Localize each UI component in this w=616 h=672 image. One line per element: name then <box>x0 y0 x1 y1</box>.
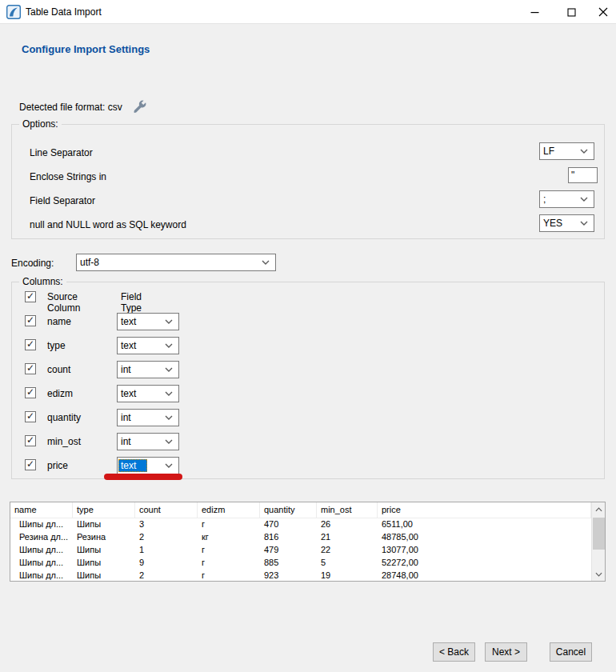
preview-row: Шипы дл... Шипы 9 г 885 5 52272,00 <box>10 557 591 570</box>
preview-cell: 3 <box>135 518 198 531</box>
preview-cell: Шипы <box>73 544 135 557</box>
line-separator-label: Line Separator <box>30 147 93 158</box>
chevron-down-icon <box>165 463 173 468</box>
page-title: Configure Import Settings <box>22 43 150 55</box>
title-bar: Table Data Import <box>0 0 616 24</box>
enclose-strings-input[interactable] <box>568 167 598 183</box>
column-checkbox[interactable]: ✓ <box>25 387 36 398</box>
field-separator-label: Field Separator <box>30 195 95 206</box>
field-type-select[interactable]: text <box>117 313 179 330</box>
encoding-select[interactable]: utf-8 <box>76 254 276 271</box>
detected-format-label: Detected file format: csv <box>19 102 122 113</box>
column-checkbox[interactable]: ✓ <box>25 411 36 422</box>
select-value: YES <box>540 218 580 229</box>
preview-cell: 13077,00 <box>378 544 591 557</box>
preview-row: Шипы дл... Шипы 3 г 470 26 6511,00 <box>10 518 591 531</box>
preview-row: Шипы дл... Шипы 2 г 923 19 28748,00 <box>10 570 591 582</box>
field-type-select[interactable]: text <box>117 385 179 402</box>
field-type-select[interactable]: text <box>117 337 179 354</box>
select-value: int <box>118 436 165 447</box>
check-icon: ✓ <box>26 338 34 350</box>
preview-cell: Резина <box>73 531 135 544</box>
columns-group-label: Columns: <box>19 276 66 287</box>
minimize-button[interactable] <box>522 0 547 24</box>
chevron-down-icon <box>262 260 270 265</box>
preview-cell: 28748,00 <box>378 570 591 582</box>
chevron-down-icon <box>580 149 588 154</box>
null-keyword-select[interactable]: YES <box>539 214 594 232</box>
preview-cell: 5 <box>317 557 378 570</box>
preview-header-cell: min_ost <box>317 502 378 518</box>
null-keyword-label: null and NULL word as SQL keyword <box>30 219 186 230</box>
scroll-up-button[interactable] <box>592 502 606 516</box>
preview-cell: 2 <box>135 531 198 544</box>
maximize-icon <box>567 8 576 17</box>
line-separator-select[interactable]: LF <box>539 142 594 160</box>
field-type-select[interactable]: int <box>117 409 179 426</box>
scroll-down-icon <box>595 572 602 577</box>
chevron-down-icon <box>165 391 173 396</box>
cancel-button[interactable]: Cancel <box>550 642 592 662</box>
preview-cell: 1 <box>135 544 198 557</box>
column-checkbox[interactable]: ✓ <box>25 339 36 350</box>
preview-cell: 19 <box>317 570 378 582</box>
preview-cell: 52272,00 <box>378 557 591 570</box>
preview-row: Резина дл... Резина 2 кг 816 21 48785,00 <box>10 531 591 544</box>
select-all-checkbox[interactable]: ✓ <box>25 291 36 302</box>
wrench-icon[interactable] <box>133 100 146 114</box>
chevron-down-icon <box>165 319 173 324</box>
check-icon: ✓ <box>26 362 34 374</box>
column-row-edizm: ✓ edizm text <box>25 385 585 404</box>
scroll-down-button[interactable] <box>592 567 606 581</box>
preview-header-cell: price <box>378 502 591 518</box>
select-value: ; <box>540 194 580 205</box>
column-checkbox[interactable]: ✓ <box>25 363 36 374</box>
check-icon: ✓ <box>26 386 34 398</box>
select-value: text <box>118 388 165 399</box>
next-button[interactable]: Next > <box>485 642 527 662</box>
preview-header-cell: type <box>73 502 135 518</box>
app-logo-icon <box>6 5 21 19</box>
preview-cell: 885 <box>260 557 317 570</box>
column-name-label: edizm <box>47 388 73 399</box>
column-name-label: quantity <box>47 412 81 423</box>
field-type-select-selected[interactable]: text <box>117 457 179 474</box>
column-row-count: ✓ count int <box>25 361 585 380</box>
preview-cell: г <box>198 570 260 582</box>
preview-cell: Шипы <box>73 557 135 570</box>
maximize-button[interactable] <box>558 0 584 24</box>
preview-cell: кг <box>198 531 260 544</box>
preview-cell: г <box>198 544 260 557</box>
preview-cell: Шипы дл... <box>10 570 73 582</box>
select-value: LF <box>540 146 580 157</box>
close-button[interactable] <box>590 0 616 24</box>
column-checkbox[interactable]: ✓ <box>25 315 36 326</box>
preview-cell: 26 <box>317 518 378 531</box>
column-row-min-ost: ✓ min_ost int <box>25 433 585 452</box>
preview-cell: Шипы дл... <box>10 557 73 570</box>
scrollbar-thumb[interactable] <box>593 518 605 550</box>
options-group-label: Options: <box>19 118 62 130</box>
annotation-underline <box>104 474 182 480</box>
preview-cell: 6511,00 <box>378 518 591 531</box>
preview-cell: г <box>198 518 260 531</box>
preview-cell: 9 <box>135 557 198 570</box>
vertical-scrollbar[interactable] <box>591 502 605 581</box>
preview-cell: Шипы <box>73 518 135 531</box>
check-icon: ✓ <box>26 458 34 470</box>
preview-cell: г <box>198 557 260 570</box>
field-type-select[interactable]: int <box>117 433 179 450</box>
check-icon: ✓ <box>26 434 34 446</box>
chevron-down-icon <box>165 439 173 444</box>
back-button[interactable]: < Back <box>433 642 475 662</box>
preview-cell: 470 <box>260 518 317 531</box>
preview-cell: 21 <box>317 531 378 544</box>
preview-cell: 479 <box>260 544 317 557</box>
column-checkbox[interactable]: ✓ <box>25 435 36 446</box>
column-checkbox[interactable]: ✓ <box>25 459 36 470</box>
column-row-name: ✓ name text <box>25 313 585 332</box>
check-icon: ✓ <box>26 410 34 422</box>
field-type-select[interactable]: int <box>117 361 179 378</box>
preview-cell: Шипы дл... <box>10 518 73 531</box>
field-separator-select[interactable]: ; <box>539 190 594 208</box>
